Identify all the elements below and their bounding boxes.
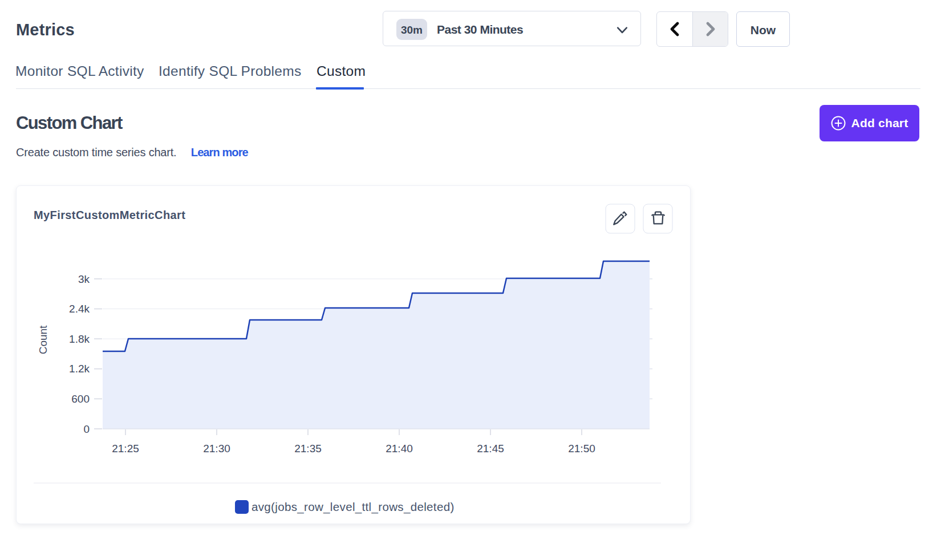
svg-text:21:50: 21:50	[568, 443, 595, 455]
svg-text:0: 0	[83, 423, 90, 435]
svg-text:21:25: 21:25	[112, 443, 139, 455]
svg-text:21:30: 21:30	[203, 443, 230, 455]
svg-text:3k: 3k	[78, 273, 90, 285]
svg-text:1.2k: 1.2k	[69, 363, 90, 375]
svg-text:avg(jobs_row_level_ttl_rows_de: avg(jobs_row_level_ttl_rows_deleted)	[252, 500, 455, 514]
svg-text:2.4k: 2.4k	[69, 303, 90, 315]
svg-text:1.8k: 1.8k	[69, 333, 90, 345]
svg-text:MyFirstCustomMetricChart: MyFirstCustomMetricChart	[34, 209, 185, 221]
svg-text:21:40: 21:40	[386, 443, 413, 455]
svg-text:21:45: 21:45	[477, 443, 504, 455]
svg-text:21:35: 21:35	[294, 443, 322, 455]
svg-text:Count: Count	[37, 325, 49, 354]
svg-text:600: 600	[71, 393, 90, 405]
